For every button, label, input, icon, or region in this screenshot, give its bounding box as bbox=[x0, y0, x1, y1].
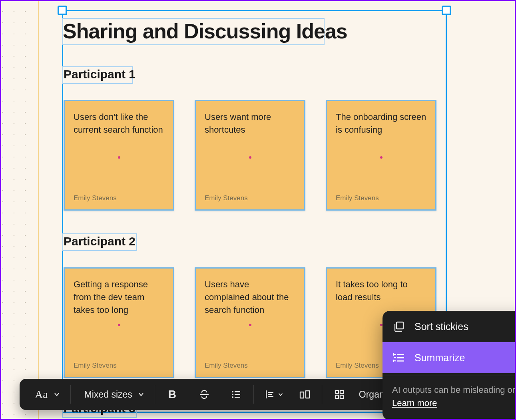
vertical-guide bbox=[38, 1, 39, 419]
svg-rect-13 bbox=[340, 395, 343, 398]
sticky-author: Emily Stevens bbox=[205, 194, 295, 202]
sticky-author: Emily Stevens bbox=[336, 194, 426, 202]
svg-rect-16 bbox=[397, 357, 404, 358]
sticky-text: Getting a response from the dev team tak… bbox=[74, 278, 164, 316]
svg-point-4 bbox=[232, 396, 233, 398]
grid-icon bbox=[333, 388, 345, 400]
selection-handle-top-left[interactable] bbox=[58, 6, 67, 15]
svg-rect-15 bbox=[397, 354, 404, 355]
svg-rect-6 bbox=[266, 390, 267, 398]
svg-rect-3 bbox=[235, 394, 240, 395]
format-toolbar: Aa Mixed sizes B bbox=[20, 379, 420, 410]
menu-footer-text: AI outputs can be misleading or wrong. bbox=[392, 385, 516, 395]
chevron-down-icon bbox=[138, 391, 144, 398]
sticky-center-dot bbox=[118, 156, 120, 159]
sticky-note[interactable]: Getting a response from the dev team tak… bbox=[64, 267, 174, 378]
strikethrough-icon bbox=[198, 388, 210, 400]
app-frame: Sharing and Discussing Ideas Participant… bbox=[0, 0, 516, 420]
section-heading-2[interactable]: Participant 2 bbox=[64, 235, 135, 248]
sticky-text: Users don't like the current search func… bbox=[74, 111, 164, 136]
svg-rect-17 bbox=[397, 360, 404, 362]
sticky-text: It takes too long to load results bbox=[336, 278, 426, 304]
sticky-center-dot bbox=[249, 156, 251, 159]
menu-item-label: Summarize bbox=[414, 352, 516, 364]
bullet-list-button[interactable] bbox=[226, 384, 246, 404]
stack-icon bbox=[392, 320, 406, 333]
menu-item-sort-stickies[interactable]: Sort stickies AI beta bbox=[383, 311, 516, 342]
svg-point-0 bbox=[232, 391, 233, 392]
font-size-label: Mixed sizes bbox=[84, 389, 132, 400]
dot-grid-background bbox=[1, 1, 35, 419]
canvas[interactable]: Sharing and Discussing Ideas Participant… bbox=[1, 1, 515, 419]
svg-rect-1 bbox=[235, 391, 240, 392]
svg-rect-7 bbox=[268, 392, 273, 393]
align-left-icon bbox=[264, 389, 275, 400]
page-title[interactable]: Sharing and Discussing Ideas bbox=[63, 20, 347, 43]
svg-rect-9 bbox=[268, 396, 273, 397]
sticky-text: Users want more shortcutes bbox=[205, 111, 295, 136]
font-family-label: Aa bbox=[35, 388, 48, 401]
svg-rect-11 bbox=[340, 390, 343, 394]
sticky-note[interactable]: Users have complained about the search f… bbox=[195, 267, 305, 378]
bold-button[interactable]: B bbox=[162, 384, 182, 404]
menu-item-label: Sort stickies bbox=[414, 321, 516, 332]
svg-point-2 bbox=[232, 394, 233, 395]
bold-icon: B bbox=[168, 388, 176, 401]
svg-rect-5 bbox=[235, 397, 240, 398]
svg-rect-14 bbox=[396, 322, 403, 329]
sticky-text: Users have complained about the search f… bbox=[205, 278, 295, 316]
strikethrough-button[interactable] bbox=[194, 384, 214, 404]
menu-footer: AI outputs can be misleading or wrong. L… bbox=[383, 376, 516, 420]
svg-rect-10 bbox=[335, 390, 339, 394]
learn-more-link[interactable]: Learn more bbox=[392, 398, 437, 408]
tidy-icon bbox=[298, 388, 311, 400]
grid-button[interactable] bbox=[329, 384, 349, 404]
tidy-button[interactable] bbox=[295, 384, 315, 404]
sticky-text: The onboarding screen is confusing bbox=[336, 111, 426, 136]
list-plus-icon bbox=[392, 351, 406, 364]
organize-context-menu: Sort stickies AI beta Summarize AI beta … bbox=[383, 311, 516, 420]
sticky-author: Emily Stevens bbox=[74, 362, 164, 370]
sticky-author: Emily Stevens bbox=[205, 362, 295, 370]
font-size-button[interactable]: Mixed sizes bbox=[78, 384, 147, 404]
sticky-author: Emily Stevens bbox=[74, 194, 164, 202]
svg-rect-12 bbox=[335, 395, 339, 398]
bullet-list-icon bbox=[230, 388, 242, 400]
menu-item-summarize[interactable]: Summarize AI beta bbox=[383, 342, 516, 373]
selection-handle-top-right[interactable] bbox=[442, 6, 451, 15]
sticky-note[interactable]: Users don't like the current search func… bbox=[64, 100, 174, 211]
svg-rect-8 bbox=[268, 394, 272, 395]
chevron-down-icon bbox=[278, 392, 283, 397]
sticky-center-dot bbox=[380, 324, 383, 326]
sticky-center-dot bbox=[249, 324, 251, 326]
sticky-note[interactable]: Users want more shortcutes Emily Stevens bbox=[195, 100, 305, 211]
chevron-down-icon bbox=[54, 391, 60, 398]
align-button[interactable] bbox=[261, 384, 287, 404]
font-family-button[interactable]: Aa bbox=[28, 384, 63, 404]
sticky-center-dot bbox=[380, 156, 383, 159]
sticky-note[interactable]: The onboarding screen is confusing Emily… bbox=[326, 100, 436, 211]
sticky-center-dot bbox=[118, 324, 120, 326]
section-heading-1[interactable]: Participant 1 bbox=[64, 68, 135, 81]
